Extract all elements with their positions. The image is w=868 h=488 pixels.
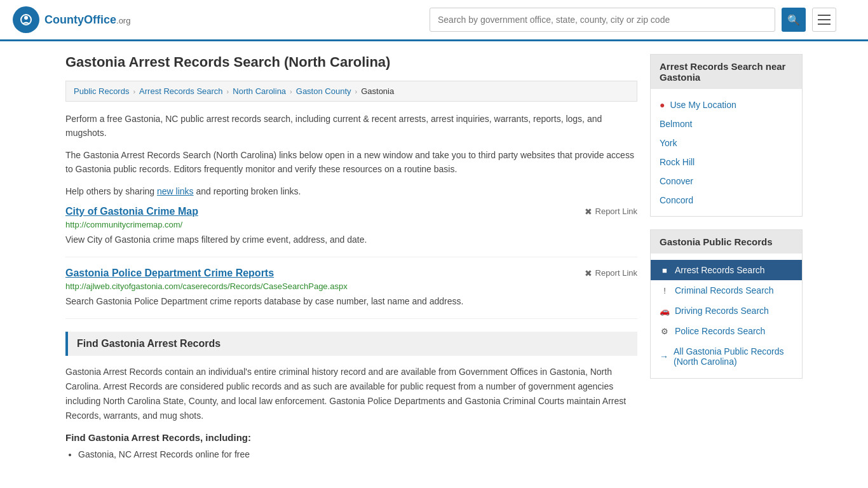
report-link-button-1[interactable]: ✖ Report Link bbox=[585, 207, 637, 217]
find-section-subtitle: Find Gastonia Arrest Records, including: bbox=[65, 432, 637, 443]
resource-desc-2: Search Gastonia Police Department crime … bbox=[65, 295, 637, 308]
resource-title-1[interactable]: City of Gastonia Crime Map bbox=[65, 206, 198, 217]
nearby-link-conover[interactable]: Conover bbox=[651, 172, 802, 191]
nearby-link-concord[interactable]: Concord bbox=[651, 191, 802, 210]
all-records-link[interactable]: → All Gastonia Public Records (North Car… bbox=[651, 341, 802, 372]
nearby-link-rock-hill[interactable]: Rock Hill bbox=[651, 152, 802, 172]
logo[interactable]: CountyOffice.org bbox=[13, 6, 130, 33]
find-section-list: Gastonia, NC Arrest Records online for f… bbox=[65, 449, 637, 459]
breadcrumb-item-gaston-county[interactable]: Gaston County bbox=[296, 86, 351, 96]
find-section-header: Find Gastonia Arrest Records bbox=[65, 332, 637, 356]
description-1: Perform a free Gastonia, NC public arres… bbox=[65, 112, 637, 140]
search-button[interactable]: 🔍 bbox=[782, 8, 806, 32]
menu-button[interactable] bbox=[812, 8, 836, 32]
list-item: Gastonia, NC Arrest Records online for f… bbox=[78, 449, 637, 459]
resource-title-2[interactable]: Gastonia Police Department Crime Reports bbox=[65, 268, 274, 279]
search-icon: 🔍 bbox=[787, 14, 800, 26]
nav-item-criminal-records[interactable]: ! Criminal Records Search bbox=[651, 280, 802, 301]
nav-item-arrest-records[interactable]: ■ Arrest Records Search bbox=[651, 260, 802, 280]
report-icon-2: ✖ bbox=[585, 268, 592, 278]
resource-url-2[interactable]: http://ajlweb.cityofgastonia.com/caserec… bbox=[65, 281, 637, 291]
nav-item-driving-records[interactable]: 🚗 Driving Records Search bbox=[651, 301, 802, 321]
search-input[interactable] bbox=[430, 8, 775, 32]
public-records-box: Gastonia Public Records ■ Arrest Records… bbox=[650, 229, 803, 379]
public-records-nav: ■ Arrest Records Search ! Criminal Recor… bbox=[651, 254, 802, 378]
location-icon: ● bbox=[660, 100, 665, 110]
driving-records-icon: 🚗 bbox=[660, 306, 670, 316]
nav-item-police-records[interactable]: ⚙ Police Records Search bbox=[651, 321, 802, 341]
nearby-box-title: Arrest Records Search near Gastonia bbox=[651, 55, 802, 89]
breadcrumb: Public Records › Arrest Records Search ›… bbox=[65, 81, 637, 102]
resource-desc-1: View City of Gastonia crime maps filtere… bbox=[65, 233, 637, 247]
new-links-link[interactable]: new links bbox=[157, 186, 194, 196]
arrest-records-icon: ■ bbox=[660, 266, 670, 275]
breadcrumb-item-north-carolina[interactable]: North Carolina bbox=[233, 86, 286, 96]
report-icon-1: ✖ bbox=[585, 207, 592, 217]
logo-text: CountyOffice.org bbox=[44, 13, 130, 27]
report-link-button-2[interactable]: ✖ Report Link bbox=[585, 268, 637, 278]
logo-icon bbox=[13, 6, 39, 33]
resource-item-1: City of Gastonia Crime Map ✖ Report Link… bbox=[65, 206, 637, 257]
menu-icon bbox=[818, 15, 831, 16]
nearby-box: Arrest Records Search near Gastonia ● Us… bbox=[650, 54, 803, 217]
page-title: Gastonia Arrest Records Search (North Ca… bbox=[65, 54, 637, 71]
use-my-location-link[interactable]: ● Use My Location bbox=[651, 95, 802, 114]
resource-url-1[interactable]: http://communitycrimemap.com/ bbox=[65, 220, 637, 229]
svg-point-2 bbox=[24, 16, 28, 20]
nearby-link-belmont[interactable]: Belmont bbox=[651, 114, 802, 133]
breadcrumb-item-public-records[interactable]: Public Records bbox=[74, 86, 129, 96]
description-2: The Gastonia Arrest Records Search (Nort… bbox=[65, 148, 637, 177]
criminal-records-icon: ! bbox=[660, 286, 670, 295]
nearby-link-york[interactable]: York bbox=[651, 133, 802, 152]
breadcrumb-item-gastonia: Gastonia bbox=[361, 86, 394, 96]
breadcrumb-item-arrest-records[interactable]: Arrest Records Search bbox=[139, 86, 223, 96]
resource-item-2: Gastonia Police Department Crime Reports… bbox=[65, 268, 637, 319]
public-records-title: Gastonia Public Records bbox=[651, 230, 802, 254]
police-records-icon: ⚙ bbox=[660, 327, 670, 336]
description-3: Help others by sharing new links and rep… bbox=[65, 184, 637, 198]
all-records-arrow-icon: → bbox=[660, 351, 668, 362]
find-section-body: Gastonia Arrest Records contain an indiv… bbox=[65, 365, 637, 423]
